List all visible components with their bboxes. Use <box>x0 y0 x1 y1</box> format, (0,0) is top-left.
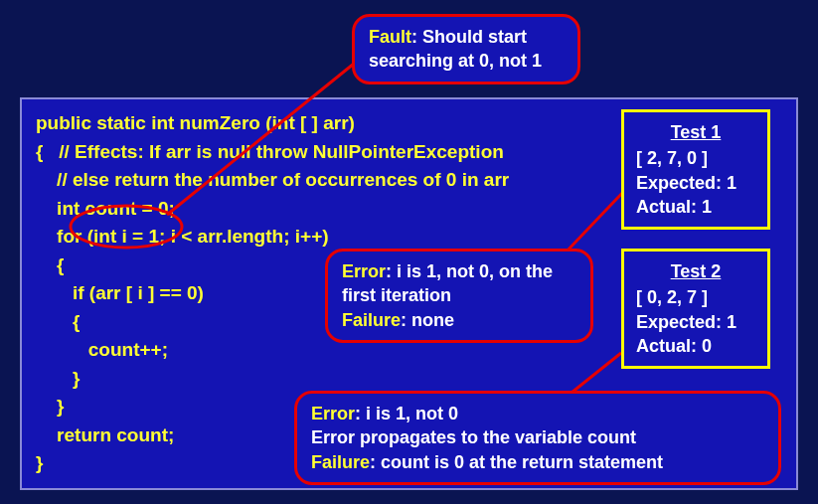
test1-title: Test 1 <box>636 120 755 144</box>
test-box-2: Test 2 [ 0, 2, 7 ] Expected: 1 Actual: 0 <box>621 249 770 369</box>
failure-2-text: : count is 0 at the return statement <box>370 452 663 472</box>
kw-failure-1: Failure <box>342 310 401 330</box>
error-2-text: : i is 1, not 0 <box>355 404 458 423</box>
callout-fault: Fault: Should start searching at 0, not … <box>352 14 580 84</box>
callout-error-2: Error: i is 1, not 0 Error propagates to… <box>294 391 781 485</box>
kw-fault: Fault <box>369 27 411 47</box>
test1-expected: Expected: 1 <box>636 171 755 195</box>
kw-failure-2: Failure <box>311 452 370 472</box>
test-box-1: Test 1 [ 2, 7, 0 ] Expected: 1 Actual: 1 <box>621 109 770 230</box>
test2-actual: Actual: 0 <box>636 334 755 358</box>
test1-input: [ 2, 7, 0 ] <box>636 146 755 170</box>
test2-input: [ 0, 2, 7 ] <box>636 285 755 309</box>
failure-1-text: : none <box>401 310 454 330</box>
kw-error-1: Error <box>342 261 386 281</box>
test1-actual: Actual: 1 <box>636 195 755 219</box>
test2-expected: Expected: 1 <box>636 310 755 334</box>
error-propagate-text: Error propagates to the variable count <box>311 425 764 449</box>
kw-error-2: Error <box>311 404 355 423</box>
callout-error-1: Error: i is 1, not 0, on the first itera… <box>325 249 593 343</box>
test2-title: Test 2 <box>636 259 755 283</box>
